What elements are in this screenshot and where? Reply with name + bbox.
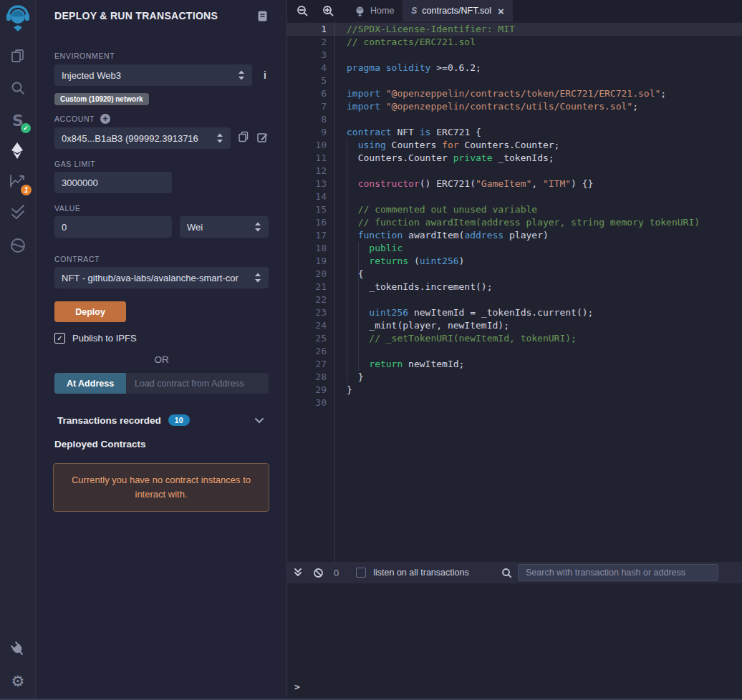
line-number[interactable]: 1 xyxy=(287,23,327,36)
code-line[interactable]: 28 } xyxy=(287,371,742,384)
code-line[interactable]: 6import "@openzeppelin/contracts/token/E… xyxy=(287,87,742,100)
chevron-down-icon[interactable] xyxy=(254,417,264,424)
environment-info-icon[interactable]: i xyxy=(264,69,266,81)
listen-transactions-checkbox[interactable] xyxy=(356,568,366,578)
line-number[interactable]: 13 xyxy=(287,178,327,190)
line-number[interactable]: 15 xyxy=(287,203,327,216)
code-line[interactable]: 18 public xyxy=(287,242,742,255)
line-number[interactable]: 21 xyxy=(287,281,327,293)
line-number[interactable]: 11 xyxy=(287,152,327,165)
line-number[interactable]: 18 xyxy=(287,242,327,255)
code-line[interactable]: 22 xyxy=(287,293,742,306)
line-number[interactable]: 29 xyxy=(287,384,327,397)
environment-select[interactable]: Injected Web3 xyxy=(54,64,252,86)
line-number[interactable]: 24 xyxy=(287,319,327,332)
code-line[interactable]: 7import "@openzeppelin/contracts/utils/C… xyxy=(287,100,742,113)
line-number[interactable]: 10 xyxy=(287,139,327,152)
terminal-body[interactable]: > xyxy=(287,583,742,699)
code-line[interactable]: 12 xyxy=(287,165,742,178)
clear-console-icon[interactable] xyxy=(313,568,324,578)
line-number[interactable]: 14 xyxy=(287,190,327,203)
code-line[interactable]: 14 xyxy=(287,190,742,203)
publish-ipfs-checkbox[interactable]: ✓ xyxy=(54,333,65,344)
zoom-out-icon[interactable] xyxy=(292,0,313,21)
code-line[interactable]: 23 uint256 newItemId = _tokenIds.current… xyxy=(287,306,742,319)
solidity-compiler-icon[interactable]: S ✓ xyxy=(0,106,36,135)
line-number[interactable]: 9 xyxy=(287,126,327,139)
deploy-button[interactable]: Deploy xyxy=(54,301,126,322)
line-number[interactable]: 30 xyxy=(287,397,327,409)
documentation-icon[interactable] xyxy=(256,10,269,25)
line-number[interactable]: 3 xyxy=(287,49,327,62)
code-line[interactable]: 24 _mint(player, newItemId); xyxy=(287,319,742,332)
line-number[interactable]: 27 xyxy=(287,358,327,371)
deploy-and-run-icon[interactable] xyxy=(0,136,36,165)
zoom-in-icon[interactable] xyxy=(317,0,339,21)
line-number[interactable]: 8 xyxy=(287,113,327,126)
code-line[interactable]: 27 return newItemId; xyxy=(287,358,742,371)
line-number[interactable]: 12 xyxy=(287,165,327,178)
code-line[interactable]: 9contract NFT is ERC721 { xyxy=(287,126,742,139)
at-address-input[interactable] xyxy=(126,373,269,394)
code-line[interactable]: 10 using Counters for Counters.Counter; xyxy=(287,139,742,152)
value-unit-select[interactable]: Wei xyxy=(180,216,269,238)
code-line[interactable]: 26 xyxy=(287,345,742,358)
plugin-manager-icon[interactable] xyxy=(0,635,36,663)
terminal-search-input[interactable] xyxy=(518,564,718,581)
code-line[interactable]: 8 xyxy=(287,113,742,126)
line-number[interactable]: 17 xyxy=(287,229,327,242)
code-line[interactable]: 16 // function awardItem(address player,… xyxy=(287,216,742,229)
code-line[interactable]: 2// contracts/ERC721.sol xyxy=(287,36,742,49)
close-tab-icon[interactable]: × xyxy=(498,6,504,16)
code-line[interactable]: 5 xyxy=(287,74,742,87)
line-number[interactable]: 2 xyxy=(287,36,327,49)
code-line[interactable]: 17 function awardItem(address player) xyxy=(287,229,742,242)
code-line[interactable]: 3 xyxy=(287,49,742,62)
account-select[interactable]: 0x845...B1aB3 (999992.3913716 xyxy=(54,127,231,149)
code-line[interactable]: 13 constructor() ERC721("GameItem", "ITM… xyxy=(287,178,742,190)
line-number[interactable]: 23 xyxy=(287,306,327,319)
code-line[interactable]: 20 { xyxy=(287,268,742,281)
code-line[interactable]: 1//SPDX-License-Identifier: MIT xyxy=(287,23,742,36)
copy-account-icon[interactable] xyxy=(238,131,249,145)
tab-file-label: contracts/NFT.sol xyxy=(422,6,491,16)
line-number[interactable]: 28 xyxy=(287,371,327,384)
tab-nft-sol[interactable]: S contracts/NFT.sol × xyxy=(403,0,512,21)
solidity-unit-testing-icon[interactable] xyxy=(0,198,36,227)
gas-limit-input[interactable] xyxy=(54,172,172,193)
at-address-button[interactable]: At Address xyxy=(54,373,126,394)
code-line[interactable]: 29} xyxy=(287,384,742,397)
remix-logo-icon[interactable] xyxy=(0,4,36,33)
search-icon[interactable] xyxy=(0,74,36,102)
terminal-prompt[interactable]: > xyxy=(294,681,300,692)
code-line[interactable]: 21 _tokenIds.increment(); xyxy=(287,281,742,293)
line-number[interactable]: 4 xyxy=(287,62,327,74)
code-editor[interactable]: 1//SPDX-License-Identifier: MIT2// contr… xyxy=(287,21,742,562)
line-number[interactable]: 6 xyxy=(287,87,327,100)
expand-terminal-icon[interactable] xyxy=(293,568,303,578)
line-number[interactable]: 25 xyxy=(287,332,327,345)
line-number[interactable]: 22 xyxy=(287,293,327,306)
code-line[interactable]: 11 Counters.Counter private _tokenIds; xyxy=(287,152,742,165)
line-number[interactable]: 26 xyxy=(287,345,327,358)
line-number[interactable]: 16 xyxy=(287,216,327,229)
statistics-icon[interactable]: 1 xyxy=(0,167,36,195)
plugin-circle-icon[interactable] xyxy=(0,231,36,260)
line-number[interactable]: 7 xyxy=(287,100,327,113)
code-line[interactable]: 4pragma solidity >=0.6.2; xyxy=(287,62,742,74)
code-line[interactable]: 25 // _setTokenURI(newItemId, tokenURI); xyxy=(287,332,742,345)
edit-account-icon[interactable] xyxy=(256,131,269,146)
transactions-recorded-header[interactable]: Transactions recorded 10 xyxy=(54,414,269,426)
tab-home[interactable]: Home xyxy=(346,0,403,21)
contract-select[interactable]: NFT - github/ava-labs/avalanche-smart-co… xyxy=(54,267,269,288)
add-account-plus-icon[interactable]: + xyxy=(100,114,110,124)
line-number[interactable]: 20 xyxy=(287,268,327,281)
code-line[interactable]: 30 xyxy=(287,397,742,409)
settings-gear-icon[interactable]: ⚙ xyxy=(0,667,36,696)
value-input[interactable] xyxy=(54,216,172,238)
line-number[interactable]: 19 xyxy=(287,255,327,268)
line-number[interactable]: 5 xyxy=(287,74,327,87)
code-line[interactable]: 15 // commented out unused variable xyxy=(287,203,742,216)
code-line[interactable]: 19 returns (uint256) xyxy=(287,255,742,268)
file-explorer-icon[interactable] xyxy=(0,42,36,70)
